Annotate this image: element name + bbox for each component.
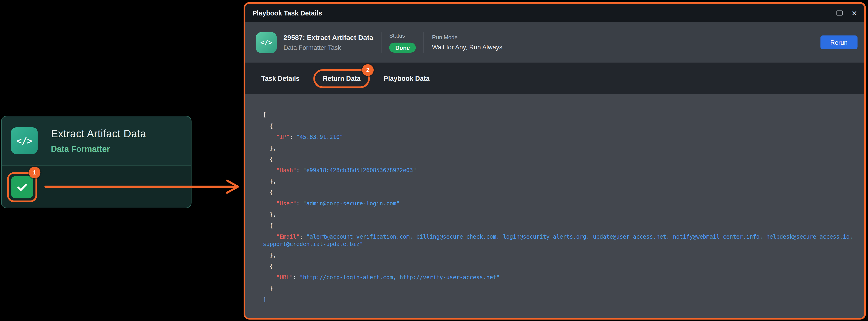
rerun-button[interactable]: Rerun [820, 35, 858, 49]
status-label: Status [389, 32, 416, 38]
tabs-bar: Task Details Return Data 2 Playbook Data [245, 62, 864, 94]
code-icon-glyph: </> [17, 136, 32, 146]
code-line: }, [263, 252, 854, 259]
dialog-title: Playbook Task Details [252, 9, 836, 17]
annotation-step-1-badge: 1 [29, 166, 40, 178]
run-mode-value: Wait for Any, Run Always [432, 44, 502, 51]
code-line: } [263, 285, 854, 292]
code-line: "IP": "45.83.91.210" [263, 134, 854, 141]
divider [381, 32, 381, 53]
code-line: ] [263, 296, 854, 303]
check-icon [16, 180, 29, 194]
task-header: </> 29587: Extract Artifact Data Data Fo… [245, 22, 864, 62]
annotation-arrow [44, 178, 241, 196]
run-mode-label: Run Mode [432, 34, 502, 40]
code-line: { [263, 222, 854, 229]
tab-label: Task Details [261, 75, 300, 82]
tab-label: Return Data [323, 75, 361, 82]
task-header-texts: 29587: Extract Artifact Data Data Format… [283, 34, 373, 51]
code-line: }, [263, 178, 854, 185]
maximize-icon[interactable] [836, 10, 842, 16]
run-mode-block: Run Mode Wait for Any, Run Always [432, 34, 502, 51]
close-icon[interactable]: × [852, 8, 857, 17]
code-icon: </> [256, 32, 277, 53]
code-line: { [263, 122, 854, 129]
task-subtitle: Data Formatter Task [283, 44, 373, 51]
canvas: </> Extract Artifact Data Data Formatter… [0, 0, 868, 321]
status-badge: Done [389, 42, 416, 52]
tab-playbook-data[interactable]: Playbook Data [374, 69, 439, 88]
code-line: "Hash": "e99a18c428cb38d5f260853678922e0… [263, 167, 854, 174]
node-subtitle: Data Formatter [51, 144, 146, 153]
tab-return-data[interactable]: Return Data 2 [313, 69, 370, 88]
node-title: Extract Artifact Data [51, 128, 146, 140]
code-line: }, [263, 211, 854, 218]
task-status-indicator: 1 [11, 176, 33, 198]
dialog-titlebar: Playbook Task Details × [245, 4, 864, 22]
code-line: { [263, 155, 854, 163]
return-data-json: [ { "IP": "45.83.91.210" }, { "Hash": "e… [263, 111, 854, 303]
code-line: "User": "admin@corp-secure-login.com" [263, 200, 854, 207]
node-card-texts: Extract Artifact Data Data Formatter [51, 128, 146, 153]
tab-task-details[interactable]: Task Details [252, 69, 309, 88]
code-line: { [263, 189, 854, 196]
code-line: "Email": "alert@account-verification.com… [263, 233, 854, 247]
node-card-main: </> Extract Artifact Data Data Formatter [2, 116, 191, 165]
annotation-step-2-badge: 2 [362, 64, 374, 76]
playbook-task-details-dialog: Playbook Task Details × </> 29587: Extra… [244, 2, 866, 320]
code-line: "URL": "http://corp-login-alert.com, htt… [263, 274, 854, 281]
code-icon-glyph: </> [260, 38, 272, 47]
code-line: [ [263, 111, 854, 118]
tab-label: Playbook Data [384, 75, 430, 82]
code-icon: </> [11, 127, 38, 154]
code-line: { [263, 263, 854, 270]
task-title: 29587: Extract Artifact Data [283, 34, 373, 41]
code-line: }, [263, 144, 854, 152]
divider [424, 32, 424, 53]
task-success-check-button[interactable] [11, 176, 33, 198]
return-data-content: [ { "IP": "45.83.91.210" }, { "Hash": "e… [245, 94, 864, 318]
status-block: Status Done [389, 32, 416, 52]
